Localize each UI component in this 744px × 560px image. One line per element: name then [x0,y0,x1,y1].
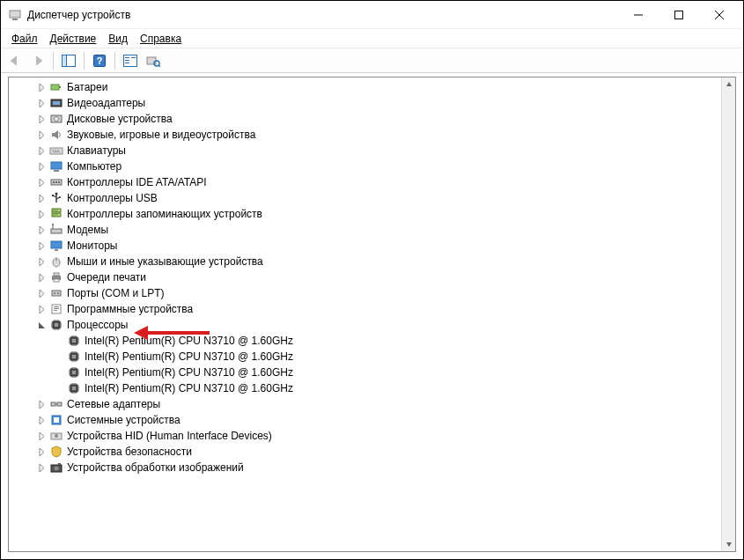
tree-category[interactable]: Мыши и иные указывающие устройства [9,254,721,269]
tree-device[interactable]: Intel(R) Pentium(R) CPU N3710 @ 1.60GHz [9,365,721,380]
expand-icon[interactable] [35,129,48,141]
tree-category[interactable]: Компьютер [9,158,721,174]
scroll-track[interactable] [722,92,735,537]
expand-icon[interactable] [35,255,48,268]
minimize-button[interactable] [618,2,659,28]
tree-category[interactable]: Системные устройства [9,412,721,428]
expand-icon[interactable] [35,287,48,299]
close-button[interactable] [699,2,740,28]
expand-icon[interactable] [35,81,48,93]
svg-rect-63 [55,323,58,327]
tree-category-label: Мыши и иные указывающие устройства [67,255,263,268]
expand-icon[interactable] [35,461,48,474]
expand-icon[interactable] [35,224,48,236]
svg-rect-55 [52,291,61,296]
titlebar: Диспетчер устройств [1,1,743,29]
tree-category-label: Видеоадаптеры [67,97,145,109]
tree-category[interactable]: Порты (COM и LPT) [9,285,721,301]
scroll-up-button[interactable] [722,77,736,92]
menu-action[interactable]: Действие [45,31,102,47]
expand-icon[interactable] [35,144,48,157]
menu-file[interactable]: Файл [6,31,43,47]
tree-category-label: Порты (COM и LPT) [67,287,165,299]
tree-device[interactable]: Intel(R) Pentium(R) CPU N3710 @ 1.60GHz [9,333,721,349]
app-icon [8,8,22,22]
tree-category[interactable]: Процессоры [9,317,721,333]
expander-spacer [53,335,65,347]
tree-category[interactable]: Контроллеры IDE ATA/ATAPI [9,174,721,190]
expand-icon[interactable] [35,97,48,109]
tree-category[interactable]: Модемы [9,222,721,238]
tree-category[interactable]: Дисковые устройства [9,111,721,127]
software-icon [49,302,63,316]
tree-device[interactable]: Intel(R) Pentium(R) CPU N3710 @ 1.60GHz [9,349,721,365]
expand-icon[interactable] [35,303,48,315]
maximize-button[interactable] [659,2,699,28]
tree-category[interactable]: Контроллеры запоминающих устройств [9,206,721,222]
scroll-down-button[interactable] [722,537,736,551]
tree-category[interactable]: Видеоадаптеры [9,95,721,111]
disk-icon [49,112,63,126]
expand-icon[interactable] [35,192,48,204]
expand-icon[interactable] [35,160,48,173]
svg-point-138 [55,434,58,438]
expand-icon[interactable] [35,271,48,284]
tree-category[interactable]: Очереди печати [9,269,721,285]
ide-icon [49,175,63,189]
svg-rect-21 [53,101,60,105]
svg-rect-34 [58,181,60,183]
expand-icon[interactable] [35,398,48,410]
tree-device[interactable]: Intel(R) Pentium(R) CPU N3710 @ 1.60GHz [9,380,721,396]
tree-category-label: Контроллеры IDE ATA/ATAPI [67,176,207,188]
toolbar-separator [53,52,54,70]
tree-category[interactable]: Устройства обработки изображений [9,460,721,475]
svg-rect-19 [59,86,61,88]
svg-rect-133 [57,402,62,406]
svg-point-23 [55,117,59,122]
expand-icon[interactable] [35,208,48,220]
menu-help[interactable]: Справка [135,31,187,47]
tree-category[interactable]: Программные устройства [9,301,721,317]
expand-icon[interactable] [35,239,48,252]
expand-icon[interactable] [35,414,48,426]
tree-category-label: Клавиатуры [67,144,126,157]
expand-icon[interactable] [35,176,48,188]
tree-category[interactable]: Устройства безопасности [9,444,721,460]
tree-category[interactable]: Сетевые адаптеры [9,396,721,412]
tree-category[interactable]: Контроллеры USB [9,190,721,206]
device-tree[interactable]: БатареиВидеоадаптерыДисковые устройстваЗ… [9,77,721,551]
menu-view[interactable]: Вид [103,31,133,47]
mouse-icon [49,254,63,269]
tree-category-label: Звуковые, игровые и видеоустройства [67,129,255,141]
show-hide-console-tree-button[interactable] [58,51,79,70]
svg-rect-1 [12,18,18,20]
svg-rect-3 [675,11,683,18]
forward-button [27,51,48,70]
window-controls [618,2,740,28]
expand-icon[interactable] [35,430,48,442]
system-icon [49,413,63,427]
tree-category-label: Батареи [67,81,107,93]
collapse-icon[interactable] [35,319,48,331]
properties-button[interactable] [120,51,141,70]
usb-icon [49,191,63,205]
tree-category[interactable]: Мониторы [9,238,721,254]
help-button[interactable]: ? [89,51,110,70]
storage-icon [49,207,63,221]
sound-icon [49,128,63,142]
scan-hardware-button[interactable] [143,51,164,70]
tree-category-label: Устройства обработки изображений [67,461,244,474]
tree-category[interactable]: Клавиатуры [9,143,721,158]
svg-rect-48 [51,241,62,248]
back-button [4,51,26,70]
tree-category[interactable]: Устройства HID (Human Interface Devices) [9,428,721,444]
vertical-scrollbar[interactable] [721,77,735,551]
tree-category[interactable]: Батареи [9,79,721,95]
tree-category-label: Контроллеры запоминающих устройств [67,208,262,220]
tree-category[interactable]: Звуковые, игровые и видеоустройства [9,127,721,143]
svg-rect-28 [53,151,60,152]
expander-spacer [53,382,65,394]
expand-icon[interactable] [35,446,48,458]
expand-icon[interactable] [35,113,48,125]
svg-rect-18 [51,85,59,90]
